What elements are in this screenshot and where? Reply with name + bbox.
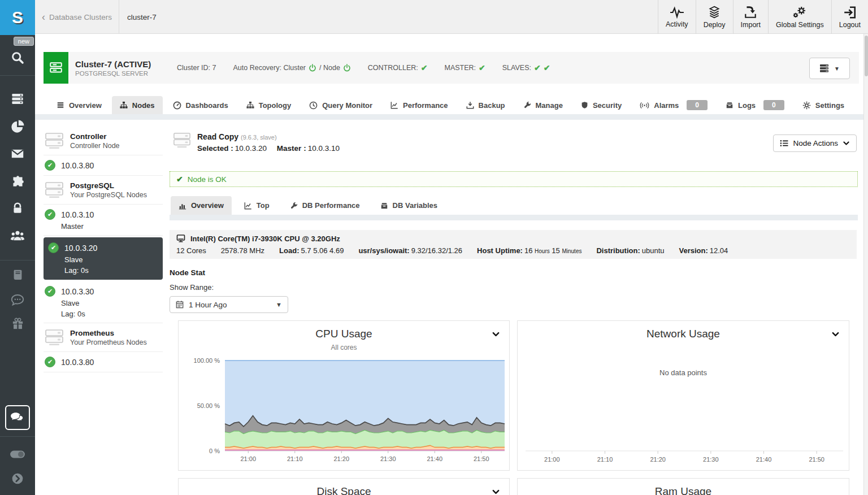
node-item-10-0-3-20-selected[interactable]: ✔10.0.3.20 Slave Lag: 0s — [44, 237, 163, 280]
check-icon: ✔ — [45, 209, 55, 220]
distribution-stat: Distribution:ubuntu — [596, 246, 664, 255]
archive-icon — [380, 202, 388, 210]
tab-manage[interactable]: Manage — [515, 96, 571, 114]
current-cluster-label: cluster-7 — [127, 0, 157, 34]
download-tray-icon — [466, 101, 474, 109]
layers-stack-icon — [708, 6, 721, 19]
svg-text:21:30: 21:30 — [380, 455, 396, 462]
metrics-pie-icon[interactable] — [0, 120, 35, 133]
breadcrumb[interactable]: ‹ Database Clusters — [42, 0, 112, 34]
node-group-prometheus[interactable]: PrometheusYour Prometheus Nodes — [44, 323, 163, 352]
list-lines-icon — [57, 101, 64, 109]
check-icon: ✔ — [534, 63, 541, 72]
tab-settings[interactable]: Settings — [795, 96, 852, 114]
tab-logs[interactable]: Logs0 — [718, 96, 792, 114]
tab-alarms[interactable]: Alarms0 — [632, 96, 715, 114]
integrations-puzzle-icon[interactable] — [0, 175, 35, 188]
whats-new-gift-icon[interactable] — [0, 318, 35, 331]
page-scrollbar[interactable] — [863, 34, 868, 495]
sitemap-icon — [246, 101, 254, 109]
disk-chart-title: Disk Space — [179, 485, 509, 495]
activity-button[interactable]: Activity — [658, 0, 696, 34]
scrollbar-thumb[interactable] — [865, 36, 868, 76]
subtab-db-variables[interactable]: DB Variables — [372, 196, 446, 215]
topbar-actions: Activity Deploy Import Global Settings L… — [658, 0, 868, 34]
master-label: Master : — [277, 144, 306, 153]
support-chat-button[interactable] — [5, 405, 30, 430]
node-item-10-0-3-10[interactable]: ✔10.0.3.10 Master — [44, 205, 163, 236]
import-button[interactable]: Import — [733, 0, 768, 34]
dark-mode-toggle-icon[interactable] — [0, 449, 35, 459]
chevron-down-icon[interactable] — [492, 330, 500, 341]
double-gears-icon — [792, 6, 807, 19]
subtab-overview[interactable]: Overview — [171, 196, 232, 215]
logout-button[interactable]: Logout — [831, 0, 868, 34]
power-icon[interactable] — [343, 64, 351, 72]
sidebar: S new — [0, 0, 35, 495]
tab-backup[interactable]: Backup — [458, 96, 513, 114]
collapse-sidebar-icon[interactable] — [0, 472, 35, 485]
slaves-label: SLAVES: — [502, 64, 531, 72]
user-management-users-icon[interactable] — [0, 229, 35, 242]
tab-overview[interactable]: Overview — [49, 96, 110, 114]
global-settings-button[interactable]: Global Settings — [768, 0, 831, 34]
svg-text:21:00: 21:00 — [544, 456, 560, 463]
server-icon — [45, 132, 64, 150]
wrench-icon — [290, 202, 298, 210]
app-logo[interactable]: S — [0, 0, 35, 35]
node-stat-title: Node Stat — [170, 268, 205, 277]
chevron-down-icon — [843, 140, 850, 147]
cluster-actions-dropdown[interactable]: ▼ — [809, 58, 850, 79]
search-icon[interactable] — [0, 51, 35, 64]
tab-dashboards[interactable]: Dashboards — [165, 96, 236, 114]
subtab-top[interactable]: Top — [236, 196, 277, 215]
tab-performance[interactable]: Performance — [383, 96, 455, 114]
feedback-comments-icon[interactable] — [0, 294, 35, 306]
network-usage-chart[interactable]: 21:0021:1021:2021:3021:4021:50 — [518, 357, 849, 468]
node-group-controller[interactable]: ControllerController Node — [44, 127, 163, 155]
node-subtabs: Overview Top DB Performance DB Variables — [171, 196, 445, 215]
deploy-button[interactable]: Deploy — [696, 0, 733, 34]
tab-topology[interactable]: Topology — [238, 96, 300, 114]
email-notifications-icon[interactable] — [0, 147, 35, 160]
server-icon — [49, 61, 63, 75]
svg-text:21:50: 21:50 — [809, 456, 824, 463]
gear-icon — [802, 101, 811, 110]
svg-text:21:40: 21:40 — [427, 455, 442, 462]
cluster-subtitle: POSTGRESQL SERVER — [75, 70, 177, 77]
node-status-alert: ✔ Node is OK — [170, 171, 858, 187]
cpu-mhz: 2578.78 MHz — [221, 246, 264, 255]
selected-ip: 10.0.3.20 — [235, 144, 267, 153]
database-clusters-icon[interactable] — [0, 92, 35, 106]
node-status-text: Node is OK — [188, 175, 227, 184]
documentation-book-icon[interactable] — [0, 269, 35, 282]
power-icon[interactable] — [309, 64, 316, 72]
cpu-usage-card: CPU Usage All cores 100.00 %50.00 %0 %21… — [178, 320, 510, 471]
time-range-dropdown[interactable]: 1 Hour Ago ▼ — [170, 296, 288, 313]
svg-text:21:00: 21:00 — [240, 455, 256, 462]
ram-usage-card: Ram Usage — [517, 478, 849, 495]
topbar: ‹ Database Clusters cluster-7 Activity D… — [35, 0, 868, 34]
tab-query-monitor[interactable]: Query Monitor — [301, 96, 380, 114]
show-range-label: Show Range: — [170, 283, 214, 292]
auto-recovery-label: Auto Recovery: Cluster — [233, 64, 306, 72]
subtabs-underline-strip — [170, 215, 858, 220]
node-item-10-0-3-30[interactable]: ✔10.0.3.30 Slave Lag: 0s — [44, 281, 163, 323]
node-actions-dropdown[interactable]: Node Actions — [773, 134, 857, 152]
chevron-down-icon[interactable] — [492, 488, 500, 495]
node-item-controller-10-0-3-80[interactable]: ✔10.0.3.80 — [44, 155, 163, 176]
tab-nodes[interactable]: Nodes — [112, 96, 163, 114]
cluster-header: Cluster-7 (ACTIVE) POSTGRESQL SERVER Clu… — [44, 52, 859, 84]
node-list-panel: ControllerController Node ✔10.0.3.80 Pos… — [44, 127, 163, 372]
node-group-postgresql[interactable]: PostgreSQLYour PostgreSQL Nodes — [44, 176, 163, 205]
tab-security[interactable]: Security — [573, 96, 630, 114]
cpu-usage-chart[interactable]: 100.00 %50.00 %0 %21:0021:1021:2021:3021… — [179, 357, 509, 468]
chevron-down-icon[interactable] — [831, 330, 840, 341]
disk-space-card: Disk Space — [178, 478, 510, 495]
node-item-prometheus-10-0-3-80[interactable]: ✔10.0.3.80 — [44, 352, 163, 372]
bar-chart-icon — [179, 202, 186, 210]
svg-text:50.00 %: 50.00 % — [197, 402, 220, 409]
key-management-lock-icon[interactable] — [0, 202, 35, 215]
subtab-db-performance[interactable]: DB Performance — [282, 196, 368, 215]
ram-chart-title: Ram Usage — [518, 485, 849, 495]
